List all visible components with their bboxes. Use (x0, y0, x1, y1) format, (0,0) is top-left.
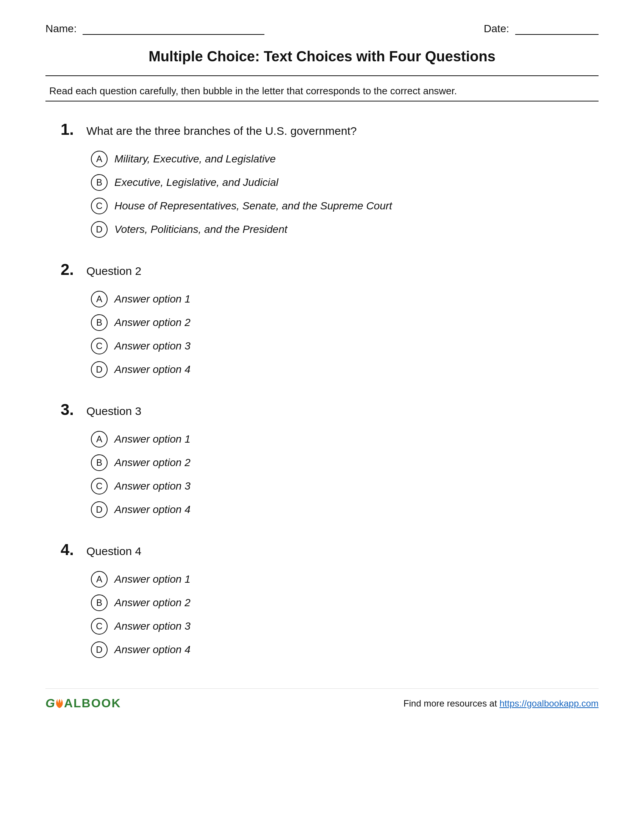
option-text-3-2: Answer option 2 (114, 457, 190, 469)
option-item-1-1: AMilitary, Executive, and Legislative (91, 151, 583, 167)
question-text-4: Question 4 (86, 545, 141, 558)
question-header-2: 2.Question 2 (61, 261, 583, 279)
name-input-line (82, 24, 264, 35)
option-item-4-3: CAnswer option 3 (91, 618, 583, 635)
question-header-1: 1.What are the three branches of the U.S… (61, 121, 583, 138)
options-list-1: AMilitary, Executive, and LegislativeBEx… (61, 151, 583, 238)
question-text-1: What are the three branches of the U.S. … (86, 125, 357, 137)
option-text-2-1: Answer option 1 (114, 293, 190, 305)
instructions-divider (45, 101, 599, 101)
option-bubble-4-2: B (91, 595, 108, 611)
option-text-4-3: Answer option 3 (114, 620, 190, 632)
option-bubble-4-3: C (91, 618, 108, 635)
option-bubble-1-2: B (91, 174, 108, 191)
title-divider (45, 76, 599, 76)
option-bubble-1-3: C (91, 198, 108, 214)
question-text-2: Question 2 (86, 265, 141, 278)
options-list-2: AAnswer option 1BAnswer option 2CAnswer … (61, 291, 583, 378)
option-bubble-3-1: A (91, 431, 108, 447)
option-item-4-4: DAnswer option 4 (91, 642, 583, 658)
date-label: Date: (484, 23, 509, 35)
option-bubble-3-2: B (91, 454, 108, 471)
question-text-3: Question 3 (86, 405, 141, 418)
option-text-2-4: Answer option 4 (114, 363, 190, 376)
option-text-3-4: Answer option 4 (114, 503, 190, 516)
header-row: Name: Date: (45, 23, 599, 35)
option-text-1-2: Executive, Legislative, and Judicial (114, 177, 279, 188)
question-header-4: 4.Question 4 (61, 541, 583, 559)
option-bubble-4-1: A (91, 571, 108, 588)
option-bubble-2-1: A (91, 291, 108, 307)
question-number-1: 1. (61, 121, 80, 138)
option-bubble-1-4: D (91, 221, 108, 238)
question-block-2: 2.Question 2AAnswer option 1BAnswer opti… (61, 261, 583, 378)
option-item-1-3: CHouse of Representatives, Senate, and t… (91, 198, 583, 214)
option-item-1-2: BExecutive, Legislative, and Judicial (91, 174, 583, 191)
question-number-3: 3. (61, 400, 80, 419)
option-item-3-1: AAnswer option 1 (91, 431, 583, 447)
logo-g: G (45, 696, 55, 710)
option-item-3-2: BAnswer option 2 (91, 454, 583, 471)
option-text-4-4: Answer option 4 (114, 644, 190, 656)
option-bubble-2-3: C (91, 338, 108, 354)
option-item-2-3: CAnswer option 3 (91, 338, 583, 354)
question-block-4: 4.Question 4AAnswer option 1BAnswer opti… (61, 541, 583, 658)
option-text-2-3: Answer option 3 (114, 340, 190, 352)
date-field: Date: (484, 23, 599, 35)
option-text-3-1: Answer option 1 (114, 433, 190, 445)
option-bubble-3-3: C (91, 478, 108, 495)
question-block-1: 1.What are the three branches of the U.S… (61, 121, 583, 238)
goalbook-link[interactable]: https://goalbookapp.com (499, 698, 599, 708)
option-text-3-3: Answer option 3 (114, 480, 190, 492)
question-number-4: 4. (61, 541, 80, 559)
option-bubble-2-2: B (91, 314, 108, 331)
logo-rest: ALBOOK (64, 696, 121, 710)
option-item-4-1: AAnswer option 1 (91, 571, 583, 588)
option-item-2-2: BAnswer option 2 (91, 314, 583, 331)
options-list-3: AAnswer option 1BAnswer option 2CAnswer … (61, 431, 583, 518)
page-title: Multiple Choice: Text Choices with Four … (45, 48, 599, 65)
name-label: Name: (45, 23, 77, 35)
goalbook-logo: G ALBOOK (45, 696, 121, 710)
option-item-2-1: AAnswer option 1 (91, 291, 583, 307)
option-text-1-3: House of Representatives, Senate, and th… (114, 200, 392, 212)
option-text-4-1: Answer option 1 (114, 573, 190, 585)
option-item-3-3: CAnswer option 3 (91, 478, 583, 495)
option-bubble-1-1: A (91, 151, 108, 167)
name-field: Name: (45, 23, 264, 35)
question-block-3: 3.Question 3AAnswer option 1BAnswer opti… (61, 400, 583, 518)
instructions-text: Read each question carefully, then bubbl… (45, 85, 599, 97)
option-item-2-4: DAnswer option 4 (91, 361, 583, 378)
option-text-4-2: Answer option 2 (114, 597, 190, 609)
footer-link-text: Find more resources at https://goalbooka… (403, 698, 599, 709)
option-item-4-2: BAnswer option 2 (91, 595, 583, 611)
question-header-3: 3.Question 3 (61, 400, 583, 419)
question-number-2: 2. (61, 261, 80, 279)
option-item-1-4: DVoters, Politicians, and the President (91, 221, 583, 238)
footer: G ALBOOK Find more resources at https://… (45, 688, 599, 710)
logo-flame-icon (56, 698, 63, 709)
option-bubble-3-4: D (91, 501, 108, 518)
option-bubble-2-4: D (91, 361, 108, 378)
option-item-3-4: DAnswer option 4 (91, 501, 583, 518)
questions-container: 1.What are the three branches of the U.S… (45, 121, 599, 658)
option-text-2-2: Answer option 2 (114, 317, 190, 329)
options-list-4: AAnswer option 1BAnswer option 2CAnswer … (61, 571, 583, 658)
date-input-line (515, 24, 599, 35)
option-text-1-1: Military, Executive, and Legislative (114, 153, 276, 165)
option-text-1-4: Voters, Politicians, and the President (114, 224, 288, 235)
option-bubble-4-4: D (91, 642, 108, 658)
